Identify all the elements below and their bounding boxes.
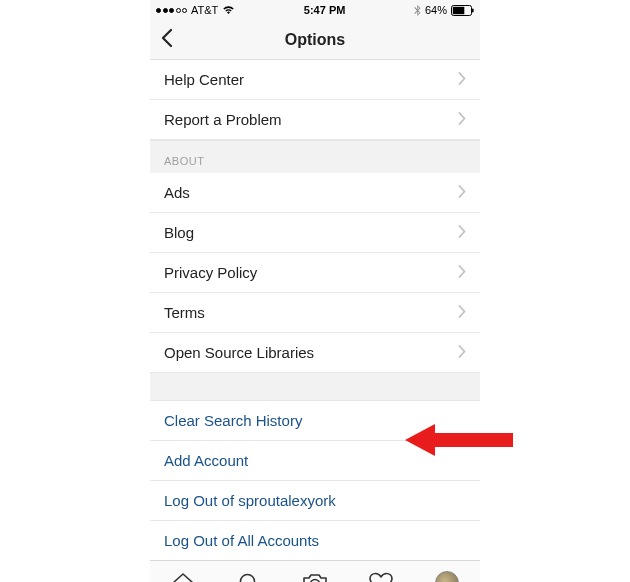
tab-bar bbox=[150, 560, 480, 582]
chevron-left-icon bbox=[160, 28, 174, 48]
wifi-icon bbox=[222, 5, 235, 15]
row-label: Clear Search History bbox=[164, 412, 302, 429]
camera-icon bbox=[302, 571, 328, 583]
status-right: 64% bbox=[414, 4, 474, 16]
carrier-label: AT&T bbox=[191, 4, 218, 16]
row-terms[interactable]: Terms bbox=[150, 293, 480, 333]
signal-strength-icon bbox=[156, 8, 187, 13]
row-open-source[interactable]: Open Source Libraries bbox=[150, 333, 480, 373]
back-button[interactable] bbox=[160, 28, 174, 52]
row-label: Ads bbox=[164, 184, 190, 201]
row-label: Open Source Libraries bbox=[164, 344, 314, 361]
row-label: Log Out of sproutalexyork bbox=[164, 492, 336, 509]
chevron-right-icon bbox=[458, 184, 466, 201]
support-section: Help Center Report a Problem bbox=[150, 60, 480, 140]
bluetooth-icon bbox=[414, 5, 421, 16]
row-label: Privacy Policy bbox=[164, 264, 257, 281]
account-section: Clear Search History Add Account Log Out… bbox=[150, 401, 480, 560]
tab-home[interactable] bbox=[169, 569, 197, 583]
tab-activity[interactable] bbox=[367, 569, 395, 583]
row-report-problem[interactable]: Report a Problem bbox=[150, 100, 480, 140]
about-section-header: ABOUT bbox=[150, 140, 480, 173]
heart-icon bbox=[368, 571, 394, 583]
battery-icon bbox=[451, 5, 474, 16]
svg-rect-1 bbox=[453, 6, 465, 13]
phone-frame: AT&T 5:47 PM 64% Options Help Center bbox=[150, 0, 480, 582]
row-label: Blog bbox=[164, 224, 194, 241]
row-ads[interactable]: Ads bbox=[150, 173, 480, 213]
row-label: Terms bbox=[164, 304, 205, 321]
row-help-center[interactable]: Help Center bbox=[150, 60, 480, 100]
section-gap bbox=[150, 373, 480, 401]
row-add-account[interactable]: Add Account bbox=[150, 441, 480, 481]
search-icon bbox=[237, 571, 261, 583]
page-title: Options bbox=[285, 31, 345, 49]
status-left: AT&T bbox=[156, 4, 235, 16]
chevron-right-icon bbox=[458, 224, 466, 241]
chevron-right-icon bbox=[458, 71, 466, 88]
avatar-icon bbox=[435, 571, 459, 583]
row-blog[interactable]: Blog bbox=[150, 213, 480, 253]
row-label: Log Out of All Accounts bbox=[164, 532, 319, 549]
tab-camera[interactable] bbox=[301, 569, 329, 583]
row-label: Add Account bbox=[164, 452, 248, 469]
row-label: Report a Problem bbox=[164, 111, 282, 128]
svg-rect-2 bbox=[472, 8, 474, 12]
row-clear-search[interactable]: Clear Search History bbox=[150, 401, 480, 441]
battery-percent: 64% bbox=[425, 4, 447, 16]
svg-point-3 bbox=[241, 574, 255, 582]
row-label: Help Center bbox=[164, 71, 244, 88]
chevron-right-icon bbox=[458, 264, 466, 281]
status-time: 5:47 PM bbox=[304, 4, 346, 16]
tab-profile[interactable] bbox=[433, 569, 461, 583]
about-section: Ads Blog Privacy Policy Terms Open Sourc… bbox=[150, 173, 480, 373]
home-icon bbox=[171, 571, 195, 583]
row-log-out-all[interactable]: Log Out of All Accounts bbox=[150, 521, 480, 560]
chevron-right-icon bbox=[458, 304, 466, 321]
status-bar: AT&T 5:47 PM 64% bbox=[150, 0, 480, 20]
nav-header: Options bbox=[150, 20, 480, 60]
chevron-right-icon bbox=[458, 344, 466, 361]
tab-search[interactable] bbox=[235, 569, 263, 583]
row-privacy-policy[interactable]: Privacy Policy bbox=[150, 253, 480, 293]
chevron-right-icon bbox=[458, 111, 466, 128]
row-log-out-user[interactable]: Log Out of sproutalexyork bbox=[150, 481, 480, 521]
